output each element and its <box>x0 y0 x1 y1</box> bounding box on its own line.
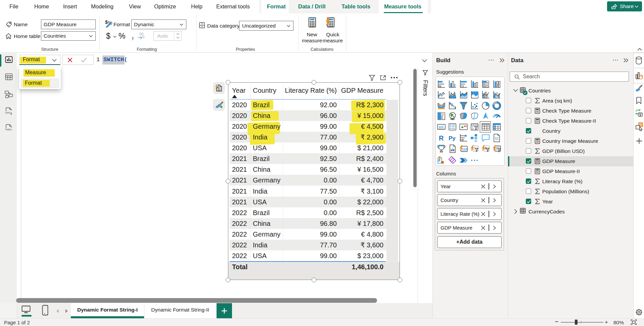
svg-text:Py: Py <box>449 135 456 141</box>
svg-text:TMDL: TMDL <box>5 128 12 131</box>
svg-text:R: R <box>439 134 444 142</box>
svg-text:123: 123 <box>462 148 467 151</box>
svg-text:DAX: DAX <box>5 111 11 114</box>
svg-text:123: 123 <box>439 125 444 129</box>
